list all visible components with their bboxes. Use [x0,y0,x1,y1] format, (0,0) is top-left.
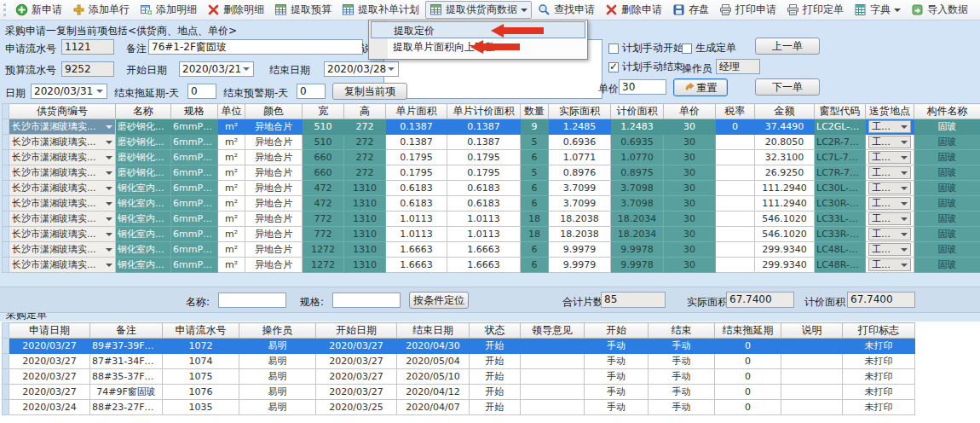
delivery-location-combo[interactable]: 工厂使用 [868,151,911,164]
toolbar-button-find-application[interactable]: 查找申请 [533,1,599,19]
supplier-combo[interactable]: 长沙市潇湘玻璃实... [9,227,115,241]
delivery-location-combo[interactable]: 工厂使用 [868,258,911,271]
toolbar-button-save[interactable]: 存盘 [668,1,713,19]
supplier-combo[interactable]: 长沙市潇湘玻璃实... [9,119,115,134]
detail-row[interactable]: 长沙市潇湘玻璃实...磨砂钢化...6mmPLE...m²异地合片5102720… [3,135,980,150]
manual-start-checkbox[interactable]: 计划手动开始 [608,41,683,55]
toolbar-button-add-single-row[interactable]: 添加单行 [68,1,134,19]
chevron-down-icon[interactable] [106,156,112,163]
warn-days-input[interactable] [297,84,326,99]
delay-days-input[interactable] [187,84,216,99]
chevron-down-icon[interactable] [521,9,527,15]
delivery-location-combo[interactable]: 工厂使用 [868,166,911,179]
chevron-down-icon[interactable] [106,187,112,194]
toolbar-button-new-application[interactable]: 新申请 [11,1,66,19]
date-combo[interactable]: 2020/03/31 [31,84,107,99]
delivery-location-combo[interactable]: 工厂使用 [868,228,911,240]
locate-by-condition-button[interactable]: 按条件定位 [409,292,469,309]
toolbar-button-delete-detail[interactable]: 删除明细 [203,1,268,19]
delivery-location-combo[interactable]: 工厂使用 [868,197,911,210]
supplier-combo[interactable]: 长沙市潇湘玻璃实... [9,242,115,257]
chevron-down-icon[interactable] [106,248,112,255]
order-row[interactable]: 2020/03/2787#31-34F窗固玻1074易明2020/03/2720… [3,354,915,369]
chevron-down-icon[interactable] [106,264,112,270]
chevron-down-icon[interactable] [106,141,112,148]
chevron-down-icon[interactable] [901,264,908,270]
delivery-location-combo[interactable]: 工厂使用 [868,212,911,225]
toolbar-button-print-application[interactable]: 打印申请 [715,1,781,19]
detail-row[interactable]: 长沙市潇湘玻璃实...磨砂钢化...6mmPLE...m²异地合片6602720… [3,150,980,165]
chevron-down-icon[interactable] [106,125,112,132]
toolbar-button-extract-supplement-plan[interactable]: 提取补单计划 [337,1,424,19]
delivery-location-combo[interactable]: 工厂使用 [868,120,911,133]
toolbar-button-import-data[interactable]: 导入数据 [907,1,972,19]
chevron-down-icon[interactable] [388,67,395,74]
detail-cell: LC48L-76#... [815,242,866,258]
chevron-down-icon[interactable] [901,141,908,148]
chevron-down-icon[interactable] [243,67,250,74]
toolbar-grip-handle[interactable] [3,3,8,16]
supplier-combo[interactable]: 长沙市潇湘玻璃实... [9,196,115,211]
unit-price-input[interactable] [619,79,666,95]
checkbox-icon[interactable] [682,43,692,54]
detail-row[interactable]: 长沙市潇湘玻璃实...钢化室内...6mmPLE...m²异地合片7721310… [3,212,980,227]
supplier-combo[interactable]: 长沙市潇湘玻璃实... [9,165,115,180]
supplier-combo[interactable]: 长沙市潇湘玻璃实... [9,181,115,195]
chevron-down-icon[interactable] [901,248,908,255]
detail-row[interactable]: 长沙市潇湘玻璃实...钢化室内...6mmPLE...m²异地合片4721310… [3,181,980,196]
budget-serial-input[interactable] [61,61,114,77]
chevron-down-icon[interactable] [106,171,112,178]
toolbar-button-extract-supplier-data[interactable]: 提取供货商数据 [425,1,532,19]
detail-row[interactable]: 长沙市潇湘玻璃实...磨砂钢化...6mmPLE...m²异地合片5102720… [3,119,980,135]
supplier-combo[interactable]: 长沙市潇湘玻璃实... [9,150,115,165]
chevron-down-icon[interactable] [894,9,901,15]
order-row[interactable]: 2020/03/2488#23-27F门页玻1035易明2020/03/2520… [3,400,915,415]
chevron-down-icon[interactable] [901,202,908,209]
toolbar-button-print-order[interactable]: 打印定单 [782,1,848,19]
chevron-down-icon[interactable] [901,233,908,240]
operator-input[interactable] [716,59,760,74]
serial-input[interactable] [61,39,114,55]
chevron-down-icon[interactable] [106,217,112,224]
order-row[interactable]: 2020/03/2774#9F窗固玻1076易明2020/03/272020/0… [3,385,915,400]
delivery-location-combo[interactable]: 工厂使用 [868,182,911,194]
chevron-down-icon[interactable] [901,217,908,224]
chevron-down-icon[interactable] [901,171,908,178]
supplier-combo[interactable]: 长沙市潇湘玻璃实... [9,135,115,149]
filter-name-input[interactable] [218,293,286,308]
detail-row[interactable]: 长沙市潇湘玻璃实...钢化室内...6mmPLE...m²异地合片4721310… [3,196,980,212]
chevron-down-icon[interactable] [96,90,103,96]
toolbar-button-dictionary[interactable]: 字典 [850,1,905,19]
copy-current-item-button[interactable]: 复制当前项 [332,83,407,100]
toolbar-button-add-detail[interactable]: 添加明细 [135,1,201,19]
chevron-down-icon[interactable] [901,125,908,132]
remark-input[interactable] [148,39,363,55]
detail-row[interactable]: 长沙市潇湘玻璃实...钢化室内...6mmPLE...m²异地合片1272131… [3,242,980,258]
detail-row[interactable]: 长沙市潇湘玻璃实...钢化室内...6mmPLE...m²异地合片7721310… [3,227,980,242]
delivery-location-combo[interactable]: 工厂使用 [868,243,911,256]
toolbar-button-extract-budget[interactable]: 提取预算 [270,1,336,19]
end-date-combo[interactable]: 2020/03/28 [324,61,399,77]
order-row[interactable]: 2020/03/2788#35-37F窗固玻1075易明2020/03/2720… [3,369,915,385]
detail-row[interactable]: 长沙市潇湘玻璃实...钢化室内...6mmPLE...m²异地合片1272131… [3,258,980,273]
chevron-down-icon[interactable] [901,156,908,163]
next-order-button[interactable]: 下一单 [755,78,820,96]
order-row[interactable]: 2020/03/2789#37-39F窗固玻1072易明2020/03/2720… [3,339,915,354]
menu-item-extract-pricing[interactable]: 提取定价 [371,21,585,38]
previous-order-button[interactable]: 上一单 [755,38,820,55]
manual-end-checkbox[interactable]: 计划手动结束 [608,60,683,74]
chevron-down-icon[interactable] [106,202,112,209]
chevron-down-icon[interactable] [106,233,112,240]
generate-order-checkbox[interactable]: 生成定单 [682,41,736,55]
detail-row[interactable]: 长沙市潇湘玻璃实...磨砂钢化...6mmPLE...m²异地合片6602720… [3,165,980,181]
start-date-combo[interactable]: 2020/03/21 [179,61,254,77]
delivery-location-combo[interactable]: 工厂使用 [868,136,911,148]
checkbox-icon[interactable] [608,43,619,54]
toolbar-button-delete-application[interactable]: 删除申请 [601,1,666,19]
supplier-combo[interactable]: 长沙市潇湘玻璃实... [9,212,115,226]
reset-button[interactable]: 重置 [673,78,728,96]
chevron-down-icon[interactable] [901,187,908,194]
filter-spec-input[interactable] [332,293,401,308]
checkbox-checked-icon[interactable] [608,62,619,72]
supplier-combo[interactable]: 长沙市潇湘玻璃实... [9,258,115,272]
